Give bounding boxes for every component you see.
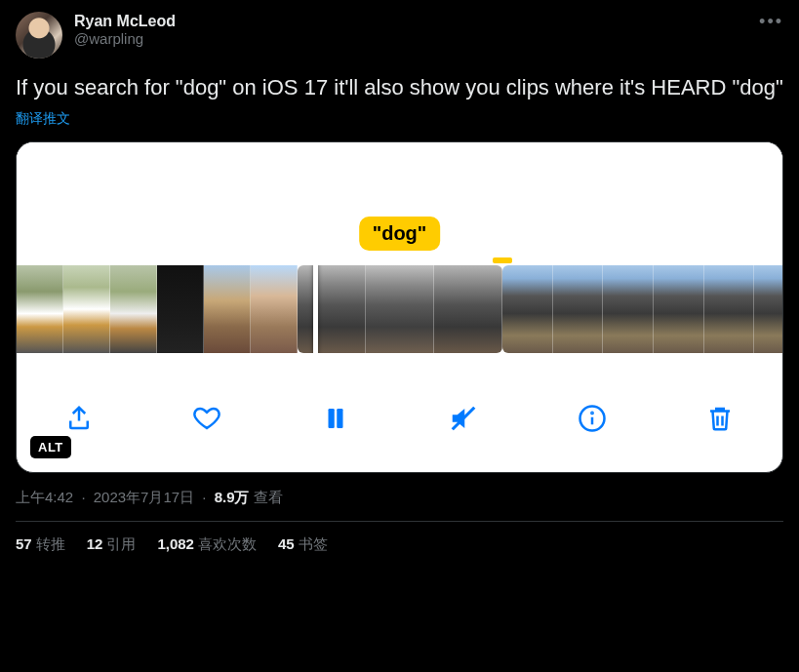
thumbnail-frame [434, 265, 502, 353]
svg-point-5 [591, 412, 592, 413]
svg-rect-1 [337, 409, 342, 428]
meta-separator: · [202, 489, 206, 505]
likes-stat[interactable]: 1,082喜欢次数 [157, 535, 257, 554]
translate-link[interactable]: 翻译推文 [16, 110, 783, 128]
thumbnail-frame [157, 265, 204, 353]
alt-badge[interactable]: ALT [30, 436, 71, 458]
tweet-stats: 57转推 12引用 1,082喜欢次数 45书签 [16, 522, 783, 554]
thumbnail-frame [204, 265, 251, 353]
timeline-strip[interactable] [17, 265, 782, 353]
bookmarks-stat[interactable]: 45书签 [278, 535, 328, 554]
thumbnail-frame [654, 265, 704, 353]
tweet-meta: 上午4:42 · 2023年7月17日 · 8.9万 查看 [16, 489, 783, 507]
thumbnail-frame [704, 265, 755, 353]
views-count: 8.9万 [215, 489, 250, 505]
svg-rect-0 [328, 409, 334, 428]
thumbnail-frame [110, 265, 157, 353]
video-clip[interactable] [17, 265, 298, 353]
display-name: Ryan McLeod [74, 12, 176, 30]
caption-marker [493, 257, 512, 263]
tweet-container: Ryan McLeod @warpling ••• If you search … [0, 0, 799, 554]
more-icon[interactable]: ••• [759, 12, 783, 32]
quotes-label: 引用 [106, 535, 136, 552]
bookmarks-label: 书签 [299, 535, 328, 552]
video-clip[interactable] [502, 265, 783, 353]
trash-icon[interactable] [700, 399, 739, 438]
mute-icon[interactable] [444, 399, 483, 438]
thumbnail-frame [63, 265, 110, 353]
quotes-count: 12 [87, 535, 103, 552]
avatar[interactable] [16, 12, 62, 59]
heart-icon[interactable] [187, 399, 226, 438]
playhead[interactable] [313, 265, 318, 353]
thumbnail-frame [553, 265, 604, 353]
tweet-header: Ryan McLeod @warpling ••• [16, 12, 783, 59]
media-whitespace [17, 142, 782, 211]
thumbnail-frame [603, 265, 654, 353]
thumbnail-frame [298, 265, 366, 353]
info-icon[interactable] [573, 399, 612, 438]
share-icon[interactable] [60, 399, 99, 438]
caption-tooltip: "dog" [359, 217, 441, 251]
meta-separator: · [81, 489, 85, 505]
tweet-time[interactable]: 上午4:42 [16, 489, 73, 505]
likes-label: 喜欢次数 [198, 535, 257, 552]
tweet-date[interactable]: 2023年7月17日 [94, 489, 194, 505]
thumbnail-frame [366, 265, 434, 353]
views-label: 查看 [254, 489, 283, 505]
quotes-stat[interactable]: 12引用 [87, 535, 137, 554]
user-handle: @warpling [74, 30, 176, 48]
retweets-count: 57 [16, 535, 32, 552]
thumbnail-frame [17, 265, 63, 353]
thumbnail-frame [754, 265, 783, 353]
user-info[interactable]: Ryan McLeod @warpling [74, 12, 176, 48]
video-clip[interactable] [298, 265, 502, 353]
bookmarks-count: 45 [278, 535, 295, 552]
tweet-text: If you search for "dog" on iOS 17 it'll … [16, 74, 783, 102]
pause-icon[interactable] [316, 399, 355, 438]
thumbnail-frame [251, 265, 298, 353]
media-card[interactable]: "dog" [16, 141, 783, 473]
likes-count: 1,082 [157, 535, 194, 552]
thumbnail-frame [502, 265, 553, 353]
retweets-stat[interactable]: 57转推 [16, 535, 65, 554]
media-toolbar [17, 384, 782, 453]
retweets-label: 转推 [36, 535, 65, 552]
